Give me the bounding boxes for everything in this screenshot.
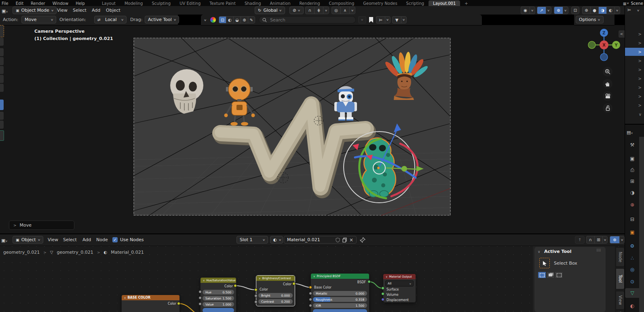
node-alpha-slider[interactable] bbox=[313, 309, 367, 312]
snap-magnet-icon[interactable]: ∩ bbox=[305, 6, 314, 14]
visibility-dropdown[interactable]: ∨ bbox=[530, 6, 535, 14]
select-box-tool-icon[interactable] bbox=[539, 258, 550, 268]
mode-dropdown[interactable]: ▣ Object Mode∨ bbox=[13, 6, 57, 14]
workspace-tab-sculpting[interactable]: Sculpting bbox=[147, 1, 175, 6]
sidebar-tab-view[interactable]: View bbox=[616, 291, 625, 310]
outliner-item-expanded[interactable]: ∨ bbox=[625, 110, 644, 118]
socket-shader-input[interactable] bbox=[381, 292, 384, 295]
workspace-tab-scripting[interactable]: Scripting bbox=[402, 1, 429, 6]
menu-edit[interactable]: Edit bbox=[12, 1, 27, 6]
socket-color-input[interactable] bbox=[254, 288, 258, 291]
drag-orientation-dropdown[interactable]: ⇄ Local∨ bbox=[94, 16, 127, 23]
show-gizmo-icon[interactable]: ↗ bbox=[537, 6, 546, 14]
annotate-tool-button[interactable] bbox=[0, 112, 4, 120]
socket-color-output[interactable] bbox=[234, 284, 237, 287]
collapse-arrow-icon[interactable]: ∨ bbox=[538, 250, 541, 254]
properties-tab-scene[interactable]: ◑ bbox=[625, 188, 640, 197]
socket-shader-input[interactable] bbox=[381, 287, 384, 290]
socket-shader-output[interactable] bbox=[367, 280, 371, 283]
properties-tab-particles[interactable]: ∴ bbox=[625, 253, 640, 263]
navigation-gizmo[interactable]: Z Y X bbox=[585, 26, 623, 64]
material-filter-icon[interactable]: ◐ bbox=[226, 16, 233, 23]
texture-filter-icon[interactable]: ◒ bbox=[233, 16, 241, 23]
properties-tab-material[interactable]: ◐ bbox=[625, 301, 640, 311]
wireframe-shading-icon[interactable]: ⊕ bbox=[582, 6, 590, 14]
sidebar-tab-tool[interactable]: Tool bbox=[616, 268, 625, 289]
add-workspace-button[interactable]: + bbox=[460, 1, 472, 6]
visibility-eye-icon[interactable]: ◉ bbox=[521, 6, 530, 14]
workspace-tab-compositing[interactable]: Compositing bbox=[325, 1, 359, 6]
pan-button[interactable] bbox=[603, 79, 612, 89]
socket-value-input[interactable] bbox=[309, 298, 312, 301]
viewport-menu-object[interactable]: Object bbox=[103, 6, 124, 15]
solid-shading-icon[interactable]: ● bbox=[590, 6, 598, 14]
xray-toggle-icon[interactable]: ⊡ bbox=[571, 6, 579, 14]
transform-orientation-dropdown[interactable]: ↻ Global∨ bbox=[255, 6, 285, 14]
properties-tab-tool[interactable]: ⚒ bbox=[625, 140, 640, 150]
properties-editor-type-button[interactable]: ▤∨ bbox=[627, 128, 633, 136]
transform-tool-button[interactable] bbox=[0, 84, 4, 92]
node-hue-saturation-value[interactable]: ∨ Hue/Saturation/Value Color Hue0.500 Sa… bbox=[200, 277, 236, 312]
workspace-tab-texture-paint[interactable]: Texture Paint bbox=[205, 1, 240, 6]
properties-tab-render[interactable]: ▣ bbox=[625, 154, 640, 163]
workspace-tab-modeling[interactable]: Modeling bbox=[120, 1, 148, 6]
node-value-slider[interactable]: Value1.000 bbox=[203, 302, 234, 307]
overlays-dropdown[interactable]: ∨ bbox=[563, 6, 568, 14]
socket-value-input[interactable] bbox=[309, 304, 312, 307]
viewport-menu-view[interactable]: View bbox=[54, 6, 71, 15]
show-overlays-icon[interactable]: ⊚ bbox=[554, 6, 563, 14]
socket-color-input[interactable] bbox=[309, 286, 312, 289]
outliner-item[interactable]: > bbox=[625, 39, 644, 47]
node-value-slider[interactable]: IOR1.500 bbox=[313, 303, 367, 308]
filter-dropdown[interactable]: ∨ bbox=[401, 16, 407, 23]
socket-value-input[interactable] bbox=[254, 300, 258, 304]
gizmo-y-handle[interactable] bbox=[401, 166, 407, 172]
display-mode-dropdown[interactable]: ∨ bbox=[385, 16, 391, 23]
socket-vector-input[interactable] bbox=[381, 298, 384, 301]
world-filter-icon[interactable]: ⊕ bbox=[241, 16, 248, 23]
display-mode-icon[interactable]: ⊨ bbox=[376, 16, 385, 23]
workspace-tab-layout[interactable]: Layout bbox=[97, 1, 120, 6]
transform-pivot-dropdown[interactable]: ⊘∨ bbox=[289, 6, 304, 14]
active-tool-button[interactable] bbox=[0, 100, 4, 110]
select-circle-tool-button[interactable] bbox=[0, 38, 4, 46]
proportional-edit-icon[interactable]: ◎ bbox=[332, 6, 340, 14]
outliner-item-selected[interactable]: > bbox=[625, 48, 644, 56]
properties-tab-physics[interactable]: ◎ bbox=[625, 265, 640, 274]
falloff-dropdown[interactable]: ∨ bbox=[349, 6, 355, 14]
search-input[interactable] bbox=[269, 17, 340, 23]
socket-value-input[interactable] bbox=[198, 296, 202, 299]
gizmo-dropdown[interactable]: ∨ bbox=[546, 6, 551, 14]
snap-dropdown[interactable]: ∨ bbox=[323, 6, 329, 14]
add-primitive-tool-button[interactable] bbox=[0, 130, 4, 141]
scene-selector[interactable]: Scene bbox=[631, 1, 644, 6]
outliner-item[interactable]: > bbox=[625, 30, 644, 38]
outliner-item[interactable]: > bbox=[625, 83, 644, 91]
bookmark-icon[interactable] bbox=[369, 17, 374, 23]
workspace-tab-active[interactable]: Layout.001 bbox=[429, 0, 460, 6]
viewport-menu-select[interactable]: Select bbox=[70, 6, 90, 15]
object-filter-icon[interactable]: ⊡ bbox=[219, 16, 226, 23]
workspace-tab-animation[interactable]: Animation bbox=[266, 1, 295, 6]
tweak-tool-button[interactable] bbox=[0, 25, 4, 37]
properties-tab-view-layer[interactable]: ⊞ bbox=[625, 176, 640, 186]
collapse-icon[interactable]: ∨ bbox=[259, 277, 260, 280]
cursor-tool-button[interactable] bbox=[0, 48, 4, 56]
properties-tab-modifiers[interactable]: ⚙ bbox=[625, 241, 640, 251]
axis-z-neg-ball[interactable] bbox=[600, 53, 608, 61]
node-brightness-contrast[interactable]: ∨ Brightness/Contrast Color Color Bright… bbox=[256, 275, 295, 306]
node-material-output[interactable]: ∨ Material Output All∨ Surface Volume Di… bbox=[383, 274, 416, 303]
workspace-tab-rendering[interactable]: Rendering bbox=[295, 1, 324, 6]
filter-expand-chevron[interactable]: ∨ bbox=[204, 19, 207, 22]
collapse-icon[interactable]: ∨ bbox=[203, 279, 205, 282]
output-target-dropdown[interactable]: All∨ bbox=[385, 280, 414, 287]
socket-value-input[interactable] bbox=[198, 302, 202, 306]
properties-tab-collection[interactable]: ⊟ bbox=[625, 214, 640, 224]
properties-tab-constraints[interactable]: ⊙ bbox=[625, 277, 640, 287]
socket-color-output[interactable] bbox=[177, 302, 180, 305]
drag-dropdown[interactable]: Active Tool∨ bbox=[145, 16, 179, 23]
socket-value-input[interactable] bbox=[309, 292, 312, 295]
chevron-down-icon[interactable]: ∨ bbox=[637, 9, 640, 12]
axis-y-neg-ball[interactable] bbox=[588, 41, 595, 49]
shading-dropdown[interactable]: ∨ bbox=[614, 6, 620, 14]
